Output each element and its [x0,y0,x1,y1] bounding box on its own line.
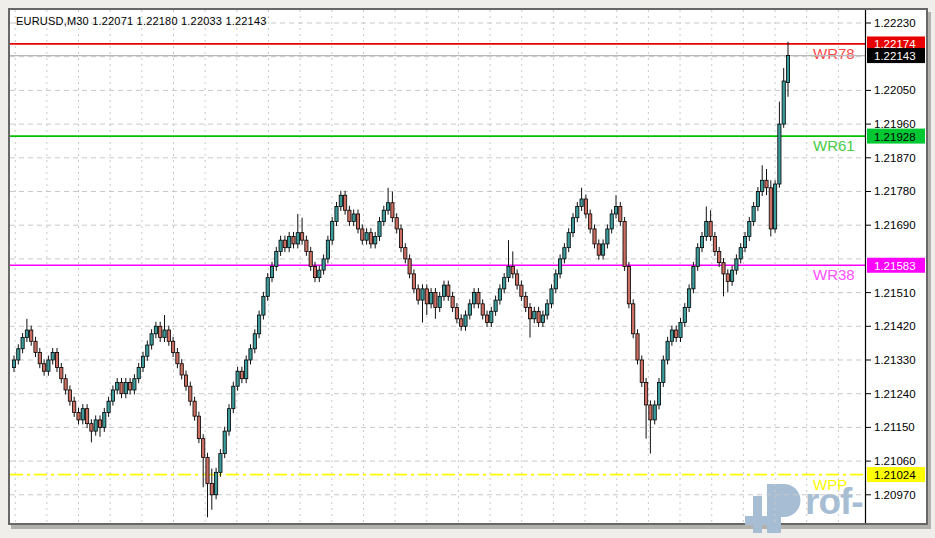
candle-body [438,296,441,307]
chart-plot-area[interactable]: WR78WR61WR38WPP1.222301.220501.219601.21… [10,10,926,523]
price-badge-wr61-label: 1.21928 [874,131,916,143]
chart-window: EURUSD,M30 1.22071 1.22180 1.22033 1.221… [0,0,935,538]
candle-body [580,199,583,206]
candle-body [610,214,613,229]
current-price-badge-label: 1.22143 [874,50,916,62]
candle-body [546,304,549,315]
candle-body [670,330,673,341]
candle-body [563,248,566,259]
candle-body [520,285,523,296]
candle-body [447,285,450,296]
candle-body [17,349,20,360]
candle-body [292,236,295,243]
candle-body [154,326,157,333]
candle-body [468,304,471,315]
candle-body [399,229,402,248]
candle-body [692,266,695,288]
candle-body [227,409,230,431]
candle-body [657,382,660,404]
candle-body [288,236,291,247]
price-axis[interactable]: 1.222301.220501.219601.218701.217801.216… [866,10,927,523]
candle-body [455,308,458,319]
candle-body [748,221,751,236]
candle-body [129,382,132,389]
candle-body [116,382,119,389]
candle-body [313,266,316,277]
candle-body [726,274,729,281]
axis-tick-label: 1.21330 [874,354,916,366]
candle-body [55,353,58,368]
candle-body [619,206,622,221]
candle-body [636,334,639,360]
candle-body [576,206,579,217]
candle-body [442,285,445,296]
candle-body [679,323,682,338]
candle-body [206,457,209,483]
candle-body [761,180,764,191]
candle-body [232,386,235,408]
candle-body [253,334,256,349]
candle-body [318,270,321,277]
candle-body [477,293,480,304]
candle-body [240,371,243,378]
candles [12,42,789,518]
candle-body [326,240,329,259]
candle-body [412,274,415,289]
candle-body [623,221,626,266]
candle-body [352,214,355,221]
candle-body [589,214,592,229]
candle-body [688,289,691,308]
candle-body [516,274,519,285]
candle-body [460,319,463,326]
candle-body [167,330,170,341]
candle-body [752,206,755,221]
candle-body [597,244,600,255]
candle-body [408,259,411,274]
level-label-wpp: WPP [813,476,847,493]
candle-body [713,236,716,251]
candle-body [25,330,28,337]
candle-body [743,236,746,247]
candle-body [382,210,385,221]
candle-body [94,420,97,431]
candle-body [632,304,635,334]
candle-body [503,278,506,289]
candle-body [722,263,725,274]
candle-body [223,431,226,453]
candle-body [494,300,497,311]
candle-body [533,311,536,318]
candle-body [614,206,617,213]
candle-body [146,345,149,356]
axis-tick-label: 1.21510 [874,287,916,299]
candle-body [266,278,269,297]
candle-body [700,236,703,247]
candle-body [309,251,312,266]
candle-body [778,124,781,184]
candle-body [283,240,286,247]
candle-body [30,330,33,341]
candle-body [64,379,67,390]
candle-body [60,367,63,378]
candle-body [215,472,218,494]
candle-body [86,409,89,424]
candle-body [120,382,123,393]
candle-body [361,229,364,240]
chart-panel[interactable]: EURUSD,M30 1.22071 1.22180 1.22033 1.221… [8,8,928,525]
candle-body [481,304,484,315]
candle-body [571,218,574,233]
candle-body [774,184,777,229]
candle-body [528,308,531,319]
candle-body [348,210,351,221]
candle-body [387,203,390,210]
candle-body [73,401,76,412]
candle-body [464,315,467,326]
candle-body [640,360,643,382]
candle-body [202,439,205,458]
candle-body [485,315,488,322]
candle-body [81,409,84,420]
candle-body [98,420,101,427]
candle-body [739,248,742,259]
candle-body [301,233,304,240]
candle-body [193,401,196,416]
candle-body [434,293,437,308]
